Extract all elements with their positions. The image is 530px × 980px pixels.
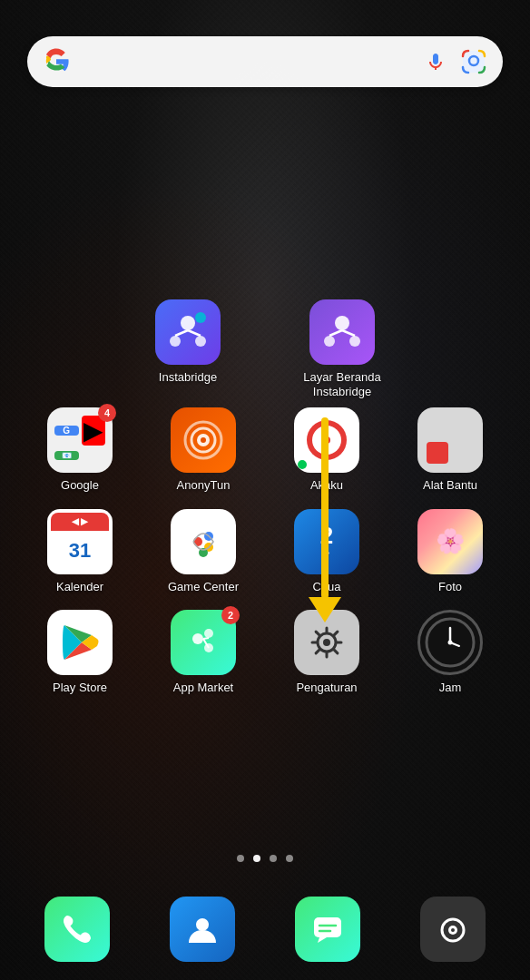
app-row-3: ◀ ▶ 31 Kalender bbox=[18, 509, 512, 594]
app-kalender[interactable]: ◀ ▶ 31 Kalender bbox=[30, 509, 130, 594]
svg-point-43 bbox=[196, 918, 209, 931]
svg-point-24 bbox=[192, 633, 203, 644]
dot-4 bbox=[286, 855, 293, 862]
play-store-label: Play Store bbox=[53, 681, 107, 695]
app-alat-bantu[interactable]: Alat Bantu bbox=[400, 407, 500, 493]
jam-icon-svg bbox=[423, 615, 477, 670]
dock-camera[interactable] bbox=[420, 897, 486, 962]
alat-bantu-label: Alat Bantu bbox=[423, 478, 477, 493]
app-game-center[interactable]: Game Center bbox=[153, 509, 253, 594]
layar-instabridge-label: Layar Beranda Instabridge bbox=[292, 370, 392, 398]
app-foto[interactable]: 🌸 Foto bbox=[400, 509, 500, 594]
arrow-head bbox=[309, 597, 341, 622]
svg-point-7 bbox=[195, 312, 206, 323]
playstore-icon-svg bbox=[60, 622, 100, 662]
messages-icon bbox=[310, 912, 345, 946]
kalender-label: Kalender bbox=[56, 580, 103, 594]
google-lens-icon[interactable] bbox=[459, 47, 488, 76]
foto-label: Foto bbox=[438, 580, 462, 594]
svg-point-2 bbox=[181, 316, 195, 330]
app-google[interactable]: G ▶ 📧 4 Google bbox=[30, 407, 130, 493]
appmarket-badge: 2 bbox=[221, 606, 240, 624]
arrow-shaft bbox=[321, 417, 329, 599]
dock-contacts[interactable] bbox=[170, 897, 235, 962]
google-badge: 4 bbox=[98, 404, 116, 422]
svg-line-6 bbox=[188, 330, 201, 336]
page-indicator bbox=[0, 855, 530, 862]
svg-point-8 bbox=[335, 316, 349, 330]
app-layar-instabridge[interactable]: Layar Beranda Instabridge bbox=[292, 299, 392, 398]
svg-point-10 bbox=[349, 336, 360, 347]
phone-icon bbox=[60, 912, 94, 946]
jam-label: Jam bbox=[439, 681, 462, 695]
microphone-icon[interactable] bbox=[421, 47, 450, 76]
svg-line-36 bbox=[334, 651, 338, 654]
anontun-label: AnonyTun bbox=[177, 478, 231, 493]
dot-1 bbox=[237, 855, 244, 862]
instabridge-label: Instabridge bbox=[159, 370, 217, 385]
svg-line-12 bbox=[342, 330, 355, 336]
svg-point-3 bbox=[170, 336, 181, 347]
search-bar[interactable] bbox=[27, 36, 503, 87]
camera-icon bbox=[436, 912, 470, 946]
svg-line-38 bbox=[316, 651, 319, 654]
appmarket-icon-svg bbox=[183, 622, 223, 662]
dot-3 bbox=[270, 855, 277, 862]
pengaturan-label: Pengaturan bbox=[296, 681, 357, 695]
app-anontun[interactable]: AnonyTun bbox=[153, 407, 253, 493]
anontun-icon-svg bbox=[180, 416, 227, 464]
app-app-market[interactable]: 2 App Market bbox=[153, 610, 253, 695]
app-pengaturan[interactable]: Pengaturan bbox=[277, 610, 377, 695]
dock-messages[interactable] bbox=[295, 897, 360, 962]
app-row-1: Instabridge Layar Beranda Instabridg bbox=[18, 299, 512, 398]
svg-point-49 bbox=[451, 928, 455, 932]
svg-line-37 bbox=[334, 632, 338, 635]
app-row-2: G ▶ 📧 4 Google bbox=[18, 407, 512, 493]
game-center-label: Game Center bbox=[168, 580, 239, 594]
svg-point-4 bbox=[195, 336, 206, 347]
app-row-4: Play Store 2 App Market bbox=[18, 610, 512, 695]
svg-point-9 bbox=[324, 336, 335, 347]
svg-line-11 bbox=[329, 330, 342, 336]
svg-rect-44 bbox=[314, 917, 341, 937]
google-label: Google bbox=[61, 478, 99, 493]
google-logo bbox=[42, 47, 71, 76]
arrow-annotation bbox=[309, 417, 341, 622]
pengaturan-icon-svg bbox=[305, 621, 348, 664]
svg-point-30 bbox=[323, 639, 330, 646]
instabridge-icon-svg bbox=[164, 309, 211, 356]
svg-point-16 bbox=[201, 437, 206, 443]
app-grid: Instabridge Layar Beranda Instabridg bbox=[18, 299, 512, 711]
svg-rect-0 bbox=[463, 51, 485, 73]
gamecenter-icon-svg bbox=[180, 518, 227, 565]
app-play-store[interactable]: Play Store bbox=[30, 610, 130, 695]
svg-point-25 bbox=[204, 629, 213, 638]
layar-icon-svg bbox=[319, 309, 366, 356]
app-market-label: App Market bbox=[173, 681, 233, 695]
app-instabridge[interactable]: Instabridge bbox=[138, 299, 238, 398]
home-screen: Instabridge Layar Beranda Instabridg bbox=[0, 0, 530, 980]
contacts-icon bbox=[185, 912, 220, 946]
dot-2 bbox=[253, 855, 260, 862]
svg-line-5 bbox=[175, 330, 188, 336]
dock-phone[interactable] bbox=[44, 897, 110, 962]
svg-line-35 bbox=[316, 632, 319, 635]
dock bbox=[15, 897, 515, 962]
app-jam[interactable]: Jam bbox=[400, 610, 500, 695]
